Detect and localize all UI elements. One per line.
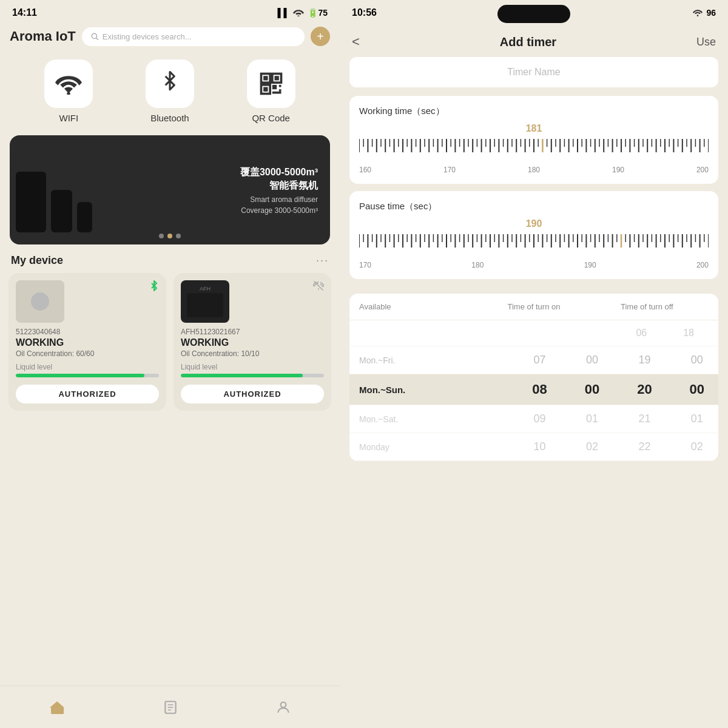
wifi-option[interactable]: WIFI bbox=[44, 59, 93, 123]
pt-label-2: 190 bbox=[584, 261, 596, 269]
above-off-h: 18 bbox=[683, 328, 694, 339]
banner-text: 覆盖3000-5000m³智能香氛机 Smart aroma diffuser … bbox=[240, 166, 318, 215]
working-time-label: Working time（sec） bbox=[359, 106, 709, 117]
mon-fri-off-h: 19 bbox=[604, 354, 685, 366]
nav-home[interactable] bbox=[49, 699, 66, 716]
device-1-status: WORKING bbox=[16, 337, 159, 348]
bluetooth-icon bbox=[159, 70, 181, 97]
svg-rect-11 bbox=[278, 85, 281, 87]
left-status-bar: 14:11 ▌▌ 🔋75 bbox=[0, 0, 340, 22]
device-2-liquid-label: Liquid level bbox=[181, 363, 324, 371]
qrcode-label: QR Code bbox=[252, 113, 290, 123]
left-time: 14:11 bbox=[12, 7, 37, 18]
wt-label-3: 190 bbox=[612, 166, 624, 174]
qrcode-icon-box bbox=[247, 59, 295, 108]
schedule-row-mon-sun[interactable]: Mon.~Sun. 08 00 20 00 bbox=[349, 374, 718, 405]
working-time-section: Working time（sec） 181 160 170 180 190 20… bbox=[349, 96, 718, 184]
monday-colon1: 02 bbox=[581, 440, 604, 453]
app-header: Aroma IoT Existing devices search... + bbox=[0, 22, 340, 53]
svg-rect-12 bbox=[272, 92, 281, 94]
device-2-image: AFH bbox=[181, 280, 229, 323]
svg-point-15 bbox=[318, 288, 319, 289]
back-button[interactable]: < bbox=[352, 34, 360, 50]
battery-icon: 🔋75 bbox=[308, 8, 328, 18]
mon-fri-colon1: 00 bbox=[581, 354, 604, 366]
mon-sun-off-h: 20 bbox=[604, 382, 685, 397]
mon-sun-colon2: 00 bbox=[686, 382, 709, 397]
left-status-icons: ▌▌ 🔋75 bbox=[278, 8, 328, 18]
svg-rect-10 bbox=[272, 85, 276, 89]
schedule-col-off: Time of turn off bbox=[585, 302, 709, 311]
schedule-row-mon-fri[interactable]: Mon.~Fri. 07 00 19 00 bbox=[349, 346, 718, 374]
device-card-1: 51223040648 WORKING Oil Concentration: 6… bbox=[8, 273, 166, 411]
banner-title-cn: 覆盖3000-5000m³智能香氛机 bbox=[240, 166, 318, 193]
monday-off-h: 22 bbox=[604, 440, 685, 453]
device-2-id: AFH51123021667 bbox=[181, 328, 324, 336]
device-1-auth-button[interactable]: AUTHORIZED bbox=[16, 385, 159, 403]
bluetooth-option[interactable]: Bluetooth bbox=[146, 59, 194, 123]
pt-label-3: 200 bbox=[696, 261, 709, 269]
schedule-row-monday[interactable]: Monday 10 02 22 02 bbox=[349, 433, 718, 461]
more-options-button[interactable]: ··· bbox=[316, 254, 329, 267]
device-1-bluetooth-icon bbox=[149, 280, 159, 297]
pause-time-ruler-labels: 170 180 190 200 bbox=[359, 261, 709, 269]
mon-sat-colon1: 01 bbox=[581, 413, 604, 425]
pause-time-svg bbox=[359, 234, 709, 258]
right-panel: 10:56 96 < Add timer Use Timer Name Work… bbox=[340, 0, 728, 728]
device-2-auth-button[interactable]: AUTHORIZED bbox=[181, 385, 324, 403]
nav-orders[interactable] bbox=[163, 699, 178, 715]
wifi-icon-box bbox=[44, 59, 93, 108]
device-medium bbox=[51, 190, 72, 232]
dot-1 bbox=[159, 234, 164, 238]
pause-time-value: 190 bbox=[359, 218, 709, 229]
above-on-h: 06 bbox=[636, 328, 647, 339]
mon-sun-colon1: 00 bbox=[581, 382, 604, 397]
search-icon bbox=[90, 32, 99, 41]
page-title: Add timer bbox=[500, 35, 556, 49]
monday-on-h: 10 bbox=[499, 440, 580, 453]
dot-2 bbox=[167, 234, 172, 238]
mon-sat-colon2: 01 bbox=[686, 413, 709, 425]
qrcode-option[interactable]: QR Code bbox=[247, 59, 295, 123]
schedule-row-mon-sat[interactable]: Mon.~Sat. 09 01 21 01 bbox=[349, 405, 718, 433]
svg-rect-13 bbox=[278, 89, 281, 92]
banner-subtitle1: Smart aroma diffuser bbox=[240, 195, 318, 203]
pause-time-ruler[interactable] bbox=[359, 234, 709, 258]
svg-point-20 bbox=[281, 702, 286, 707]
timer-name-input[interactable]: Timer Name bbox=[349, 57, 718, 87]
mon-fri-on-h: 07 bbox=[499, 354, 580, 366]
mon-sun-on-h: 08 bbox=[499, 382, 580, 397]
svg-point-21 bbox=[697, 15, 699, 16]
device-small bbox=[77, 202, 92, 232]
device-1-oil: Oil Concentration: 60/60 bbox=[16, 349, 159, 358]
day-mon-fri: Mon.~Fri. bbox=[359, 356, 499, 365]
right-battery: 96 bbox=[706, 8, 716, 18]
banner-devices bbox=[16, 172, 92, 232]
timer-name-placeholder: Timer Name bbox=[507, 67, 560, 77]
search-bar[interactable]: Existing devices search... bbox=[82, 27, 305, 46]
right-wifi-icon bbox=[693, 9, 703, 16]
connection-options: WIFI Bluetooth bbox=[0, 53, 340, 135]
pt-label-1: 180 bbox=[471, 261, 484, 269]
add-timer-header: < Add timer Use bbox=[340, 29, 728, 57]
working-time-ruler[interactable] bbox=[359, 139, 709, 163]
device-card-2: AFH AFH51123021667 WORKING Oil Concentra… bbox=[174, 273, 331, 411]
right-status-icons: 96 bbox=[693, 8, 716, 18]
device-card-1-top bbox=[16, 280, 159, 323]
device-2-status: WORKING bbox=[181, 337, 324, 348]
device-2-liquid-fill bbox=[181, 374, 303, 377]
device-1-image bbox=[16, 280, 64, 323]
add-device-button[interactable]: + bbox=[311, 27, 330, 46]
nav-profile[interactable] bbox=[275, 699, 291, 715]
device-card-2-top: AFH bbox=[181, 280, 324, 323]
bluetooth-icon-box bbox=[146, 59, 194, 108]
banner-subtitle2: Coverage 3000-5000m³ bbox=[240, 206, 318, 214]
schedule-col-available: Available bbox=[359, 302, 482, 311]
right-time: 10:56 bbox=[352, 7, 377, 18]
day-mon-sat: Mon.~Sat. bbox=[359, 414, 499, 424]
schedule-section: Available Time of turn on Time of turn o… bbox=[349, 294, 718, 461]
qrcode-icon bbox=[258, 70, 285, 97]
wifi-label: WIFI bbox=[59, 113, 79, 123]
working-time-svg bbox=[359, 139, 709, 163]
use-button[interactable]: Use bbox=[696, 36, 716, 49]
